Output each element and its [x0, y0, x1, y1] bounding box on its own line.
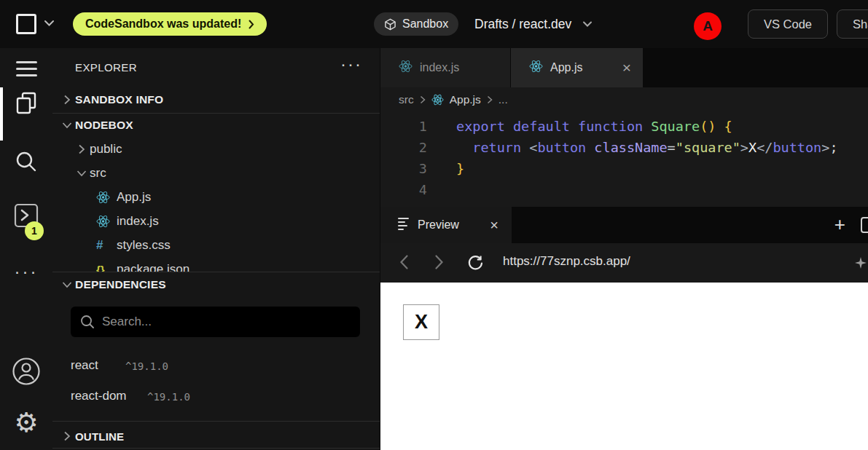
project-breadcrumb[interactable]: Drafts / react.dev	[474, 0, 593, 48]
code-text: }	[427, 158, 464, 179]
chevron-right-icon	[249, 20, 254, 29]
top-bar: CodeSandbox was updated! Sandbox Drafts …	[0, 0, 868, 48]
file-item-index-js[interactable]: index.js	[52, 211, 380, 232]
code-line[interactable]: 3}	[380, 158, 868, 179]
tab-index-js[interactable]: index.js	[380, 48, 511, 87]
file-label: styles.css	[117, 238, 171, 253]
preview-tab[interactable]: Preview ×	[380, 207, 512, 243]
explorer-more-actions-icon[interactable]: ···	[340, 54, 362, 74]
search-icon	[80, 315, 95, 329]
codesandbox-window: CodeSandbox was updated! Sandbox Drafts …	[0, 0, 868, 450]
breadcrumb-segment[interactable]: src	[399, 93, 414, 106]
code-text	[427, 179, 456, 200]
avatar[interactable]: A	[694, 12, 722, 40]
codesandbox-logo[interactable]	[16, 14, 36, 34]
section-nodebox[interactable]: NODEBOX	[52, 115, 380, 135]
divider	[52, 113, 380, 114]
square-button[interactable]: X	[403, 304, 439, 340]
css-hash-icon: #	[96, 238, 117, 253]
avatar-initial: A	[703, 18, 713, 34]
menu-icon[interactable]	[0, 61, 52, 81]
account-icon[interactable]	[0, 357, 52, 386]
file-item-app-js[interactable]: App.js	[52, 187, 380, 208]
workspace-menu-chevron-down-icon[interactable]	[44, 20, 55, 27]
folder-label: src	[90, 166, 106, 181]
chevron-right-icon	[420, 95, 426, 104]
folder-item-public[interactable]: public	[52, 139, 380, 159]
tab-app-js[interactable]: App.js ×	[511, 48, 643, 87]
chevron-right-icon	[74, 144, 90, 154]
update-banner-button[interactable]: CodeSandbox was updated!	[73, 12, 267, 36]
code-line[interactable]: 1export default function Square() {	[380, 116, 868, 137]
chevron-down-icon	[59, 281, 75, 288]
code-editor[interactable]: 1export default function Square() {2 ret…	[380, 112, 868, 207]
search-icon[interactable]	[0, 150, 52, 173]
forward-icon[interactable]	[434, 254, 444, 270]
close-preview-icon[interactable]: ×	[490, 218, 498, 232]
dependency-version: ^19.1.0	[125, 360, 168, 372]
dependency-name: react-dom	[71, 389, 127, 403]
share-button-label: Share	[853, 17, 868, 31]
terminal-badge: 1	[25, 221, 44, 240]
editor-tab-bar: index.js App.js ×	[380, 48, 868, 87]
chevron-right-icon	[59, 95, 75, 105]
refresh-icon[interactable]	[466, 255, 484, 272]
file-label: App.js	[117, 190, 151, 205]
editor-pane: index.js App.js × src App.js ... 1export…	[380, 48, 868, 450]
editor-breadcrumb: src App.js ...	[380, 87, 868, 112]
react-icon	[431, 94, 444, 106]
vs-code-button[interactable]: VS Code	[748, 9, 828, 39]
chevron-right-icon	[487, 95, 493, 104]
preview-content: X	[380, 283, 868, 450]
code-line[interactable]: 2 return <button className="square">X</b…	[380, 137, 868, 158]
preview-nav-bar: https://77sznp.csb.app/	[380, 243, 868, 283]
dependency-search-input[interactable]	[102, 315, 351, 329]
sandbox-badge-label: Sandbox	[402, 17, 448, 31]
add-devtool-icon[interactable]: +	[834, 213, 845, 236]
react-icon	[96, 215, 117, 228]
sandbox-type-badge[interactable]: Sandbox	[374, 12, 458, 36]
dependency-version: ^19.1.0	[147, 391, 190, 403]
preview-tab-label: Preview	[418, 218, 459, 232]
sparkle-icon[interactable]	[855, 257, 867, 269]
chevron-down-icon	[74, 170, 90, 177]
settings-gear-icon[interactable]: ⚙	[0, 409, 52, 437]
section-dependencies[interactable]: DEPENDENCIES	[52, 272, 380, 296]
breadcrumb-segment[interactable]: App.js	[450, 93, 481, 106]
section-sandbox-info[interactable]: SANDBOX INFO	[52, 90, 380, 110]
file-item-styles-css[interactable]: # styles.css	[52, 235, 380, 256]
breadcrumb-segment[interactable]: ...	[498, 93, 508, 106]
explorer-title: EXPLORER	[75, 61, 137, 74]
split-view-icon[interactable]	[861, 217, 868, 233]
share-button[interactable]: Share	[837, 9, 868, 39]
line-number: 4	[380, 179, 427, 200]
folder-item-src[interactable]: src	[52, 163, 380, 183]
section-label: DEPENDENCIES	[75, 278, 166, 291]
back-icon[interactable]	[399, 254, 409, 270]
code-text: export default function Square() {	[427, 116, 732, 137]
close-tab-icon[interactable]: ×	[622, 60, 631, 75]
vs-code-button-label: VS Code	[764, 17, 812, 31]
section-label: SANDBOX INFO	[75, 93, 163, 106]
explorer-files-icon[interactable]	[0, 92, 52, 115]
divider	[52, 448, 380, 449]
dependency-search	[71, 307, 360, 337]
chevron-down-icon	[59, 122, 75, 129]
dependency-row-react[interactable]: react ^19.1.0	[52, 357, 380, 377]
section-outline[interactable]: OUTLINE	[52, 425, 380, 448]
url-field[interactable]: https://77sznp.csb.app/	[503, 254, 630, 269]
tab-label: App.js	[550, 61, 582, 74]
cube-icon	[384, 18, 396, 31]
project-breadcrumb-label: Drafts / react.dev	[474, 17, 571, 32]
more-panels-icon[interactable]: ···	[0, 267, 52, 277]
react-icon	[529, 60, 543, 76]
line-number: 1	[380, 116, 427, 137]
chevron-right-icon	[59, 431, 75, 441]
tab-label: index.js	[420, 61, 459, 74]
activity-bar: 1 ··· ⚙	[0, 48, 52, 450]
code-line[interactable]: 4	[380, 179, 868, 200]
react-icon	[96, 191, 117, 204]
dependency-row-react-dom[interactable]: react-dom ^19.1.0	[52, 387, 380, 408]
code-text: return <button className="square">X</but…	[427, 137, 838, 158]
divider	[52, 421, 380, 422]
